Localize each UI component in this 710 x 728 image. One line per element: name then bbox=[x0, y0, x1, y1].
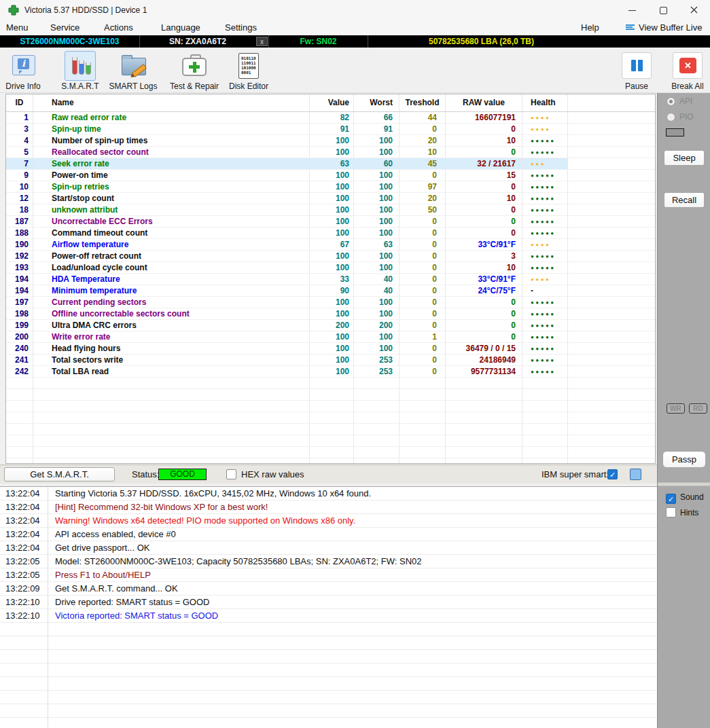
cell-id: 197 bbox=[6, 297, 33, 308]
smart-row-197[interactable]: 197Current pending sectors10010000●●●●● bbox=[6, 297, 655, 308]
cell-raw: 10 bbox=[446, 262, 522, 274]
cell-raw: 0 bbox=[446, 181, 522, 193]
ibm-checkbox[interactable] bbox=[607, 469, 618, 479]
smart-row-12[interactable]: 12Start/stop count1001002010●●●●● bbox=[6, 193, 655, 204]
device-close-icon[interactable]: x bbox=[256, 37, 268, 46]
menu-item-language[interactable]: Language bbox=[161, 20, 200, 35]
rd-button[interactable]: RD bbox=[689, 403, 707, 414]
smart-row-3[interactable]: 3Spin-up time919100●●●● bbox=[6, 124, 655, 135]
cell-name: Write error rate bbox=[33, 331, 310, 343]
cell-empty bbox=[568, 424, 655, 435]
cell-id: 12 bbox=[6, 193, 33, 204]
cell-threshold: 0 bbox=[400, 216, 446, 228]
device-serial: SN: ZXA0A6T2 bbox=[140, 35, 255, 48]
sound-checkbox[interactable] bbox=[666, 494, 676, 504]
header-name: Name bbox=[33, 94, 310, 111]
device-model[interactable]: ST26000NM000C-3WE103 bbox=[0, 35, 140, 48]
sound-checkbox-row[interactable]: Sound bbox=[666, 492, 704, 503]
cell-id: 7 bbox=[6, 158, 33, 170]
hex-checkbox[interactable] bbox=[226, 469, 236, 479]
hints-checkbox[interactable] bbox=[666, 507, 676, 517]
cell-empty bbox=[6, 378, 33, 389]
cell-empty bbox=[33, 435, 310, 447]
cell-empty bbox=[522, 412, 568, 424]
hints-checkbox-row[interactable]: Hints bbox=[666, 507, 698, 518]
smart-row-empty bbox=[6, 412, 655, 424]
smart-row-empty bbox=[6, 378, 655, 389]
cell-health: ●●● bbox=[522, 158, 568, 170]
log-message: API access enabled, device #0 bbox=[48, 528, 176, 541]
smart-row-194[interactable]: 194HDA Temperature3340033°C/91°F●●●● bbox=[6, 274, 655, 285]
cell-id: 9 bbox=[6, 170, 33, 181]
cell-name: Load/unload cycle count bbox=[33, 262, 310, 274]
smart-row-1[interactable]: 1Raw read error rate826644166077191●●●● bbox=[6, 112, 655, 124]
smart-row-187[interactable]: 187Uncorrectable ECC Errors10010000●●●●● bbox=[6, 216, 655, 228]
status-badge: GOOD bbox=[158, 469, 207, 480]
menu-item-actions[interactable]: Actions bbox=[104, 20, 133, 35]
cell-worst: 40 bbox=[354, 274, 400, 285]
cell-name: Current pending sectors bbox=[33, 297, 310, 308]
smart-row-9[interactable]: 9Power-on time100100015●●●●● bbox=[6, 170, 655, 181]
log-entry: 13:22:10Victoria reported: SMART status … bbox=[0, 609, 657, 623]
cell-raw: 33°C/91°F bbox=[446, 239, 522, 251]
smart-row-194[interactable]: 194Minimum temperature9040024°C/75°F- bbox=[6, 285, 655, 297]
menu-item-help[interactable]: Help bbox=[581, 20, 599, 35]
wr-button[interactable]: WR bbox=[667, 403, 685, 414]
cell-value: 100 bbox=[310, 331, 354, 343]
cell-threshold: 0 bbox=[400, 366, 446, 378]
cell-health: ●●●● bbox=[522, 124, 568, 135]
smart-row-193[interactable]: 193Load/unload cycle count100100010●●●●● bbox=[6, 262, 655, 274]
smart-logs-button[interactable]: SMART Logs bbox=[101, 51, 166, 91]
cell-empty bbox=[33, 389, 310, 401]
menu-item-menu[interactable]: Menu bbox=[6, 20, 29, 35]
disk-editor-button[interactable]: 010110110011 1010000001 Disk Editor bbox=[216, 51, 281, 91]
cell-raw: 0 bbox=[446, 147, 522, 158]
menu-item-service[interactable]: Service bbox=[50, 20, 79, 35]
pio-radio[interactable]: PIO bbox=[667, 112, 694, 122]
smart-row-240[interactable]: 240Head flying hours100100036479 / 0 / 1… bbox=[6, 343, 655, 354]
pause-icon bbox=[622, 52, 652, 79]
minimize-icon[interactable] bbox=[616, 0, 647, 20]
smart-row-200[interactable]: 200Write error rate10010010●●●●● bbox=[6, 331, 655, 343]
smart-row-5[interactable]: 5Reallocated sector count100100100●●●●● bbox=[6, 147, 655, 158]
smart-row-190[interactable]: 190Airflow temperature6763033°C/91°F●●●● bbox=[6, 239, 655, 251]
cell-raw: 0 bbox=[446, 297, 522, 308]
maximize-icon[interactable] bbox=[647, 0, 679, 20]
cell-empty bbox=[400, 389, 446, 401]
close-icon[interactable] bbox=[679, 0, 710, 20]
smart-row-242[interactable]: 242Total LBA read10025309577731134●●●●● bbox=[6, 366, 655, 378]
folder-pencil-icon bbox=[122, 58, 146, 75]
cell-threshold: 1 bbox=[400, 331, 446, 343]
cell-raw: 166077191 bbox=[446, 112, 522, 124]
cell-empty bbox=[6, 447, 33, 458]
smart-row-4[interactable]: 4Number of spin-up times1001002010●●●●● bbox=[6, 135, 655, 147]
smart-row-188[interactable]: 188Command timeout count10010000●●●●● bbox=[6, 228, 655, 239]
passp-button[interactable]: Passp bbox=[662, 451, 706, 468]
cell-name: Offline uncorrectable sectors count bbox=[33, 308, 310, 320]
smart-row-241[interactable]: 241Total sectors write100253024186949●●●… bbox=[6, 354, 655, 366]
ibm-indicator[interactable] bbox=[630, 469, 641, 480]
smart-row-198[interactable]: 198Offline uncorrectable sectors count10… bbox=[6, 308, 655, 320]
view-buffer-live[interactable]: View Buffer Live bbox=[639, 20, 702, 35]
get-smart-button[interactable]: Get S.M.A.R.T. bbox=[4, 467, 115, 481]
log-time: 13:22:05 bbox=[0, 555, 48, 568]
cell-value: 33 bbox=[310, 274, 354, 285]
cell-threshold: 0 bbox=[400, 251, 446, 262]
smart-row-7[interactable]: 7Seek error rate63604532 / 21617●●● bbox=[6, 158, 655, 170]
smart-row-199[interactable]: 199Ultra DMA CRC errors20020000●●●●● bbox=[6, 320, 655, 331]
smart-row-10[interactable]: 10Spin-up retries100100970●●●●● bbox=[6, 181, 655, 193]
smart-row-192[interactable]: 192Power-off retract count10010003●●●●● bbox=[6, 251, 655, 262]
sleep-button[interactable]: Sleep bbox=[664, 150, 705, 166]
cell-value: 100 bbox=[310, 181, 354, 193]
log-entry: 13:22:09Get S.M.A.R.T. command... OK bbox=[0, 582, 657, 596]
cell-threshold: 50 bbox=[400, 204, 446, 216]
api-radio[interactable]: API bbox=[667, 96, 692, 107]
ibm-super-smart-label: IBM super smart: bbox=[542, 465, 609, 484]
recall-button[interactable]: Recall bbox=[664, 192, 705, 208]
smart-row-18[interactable]: 18unknown attribut100100500●●●●● bbox=[6, 204, 655, 216]
cell-empty bbox=[400, 378, 446, 389]
cell-name: Command timeout count bbox=[33, 228, 310, 239]
break-all-button[interactable]: ✕ Break All bbox=[655, 51, 710, 91]
menu-item-settings[interactable]: Settings bbox=[225, 20, 257, 35]
cell-health: ●●●● bbox=[522, 274, 568, 285]
